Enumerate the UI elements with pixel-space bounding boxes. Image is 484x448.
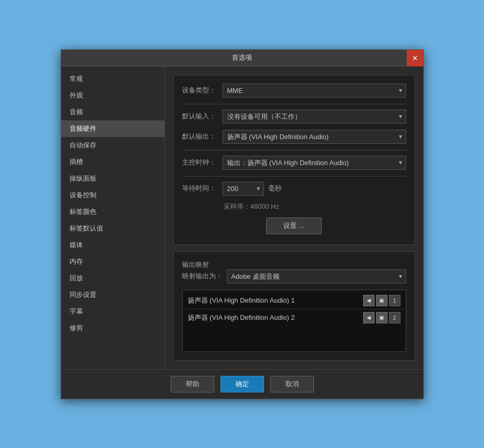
output-item-label-1: 扬声器 (VIA High Definition Audio) 2 bbox=[188, 313, 363, 322]
output-item-label-0: 扬声器 (VIA High Definition Audio) 1 bbox=[188, 296, 363, 305]
master-clock-row: 主控时钟： 输出：扬声器 (VIA High Definition Audio) bbox=[182, 156, 406, 170]
wait-time-select[interactable]: 200 100 400 bbox=[223, 182, 264, 196]
output-square-btn-1[interactable]: ▣ bbox=[376, 312, 388, 323]
sidebar-item-6[interactable]: 操纵面板 bbox=[61, 170, 164, 187]
output-num-badge-1: 2 bbox=[389, 312, 400, 323]
map-output-select[interactable]: Adobe 桌面音频 bbox=[227, 269, 406, 283]
device-type-select[interactable]: MME bbox=[223, 84, 406, 98]
device-type-row: 设备类型： MME bbox=[182, 84, 406, 98]
close-button[interactable]: ✕ bbox=[407, 50, 423, 66]
sidebar-item-15[interactable]: 修剪 bbox=[61, 320, 164, 336]
output-square-btn-0[interactable]: ▣ bbox=[376, 295, 388, 306]
wait-time-label: 等待时间： bbox=[182, 184, 218, 193]
title-bar: 首选项 ✕ bbox=[61, 50, 423, 66]
default-output-label: 默认输出： bbox=[182, 132, 218, 141]
default-output-select[interactable]: 扬声器 (VIA High Definition Audio) bbox=[223, 130, 406, 144]
sample-rate-row: 采样率：48000 Hz bbox=[182, 202, 406, 211]
sidebar-item-2[interactable]: 音频 bbox=[61, 104, 164, 120]
sidebar-item-12[interactable]: 回放 bbox=[61, 270, 164, 287]
main-content: 设备类型： MME 默认输入： 没有设备可用（不工作） bbox=[165, 66, 423, 369]
device-type-select-wrapper: MME bbox=[223, 84, 406, 98]
device-type-label: 设备类型： bbox=[182, 86, 218, 95]
output-list: 扬声器 (VIA High Definition Audio) 1◀▣1扬声器 … bbox=[182, 290, 406, 352]
cancel-button[interactable]: 取消 bbox=[270, 376, 314, 392]
sidebar-item-14[interactable]: 字幕 bbox=[61, 303, 164, 320]
sidebar-item-0[interactable]: 常规 bbox=[61, 71, 164, 87]
master-clock-select-wrapper: 输出：扬声器 (VIA High Definition Audio) bbox=[223, 156, 406, 170]
output-left-btn-1[interactable]: ◀ bbox=[363, 312, 375, 323]
output-map-section: 输出映射 映射输出为： Adobe 桌面音频 扬声器 (VIA High Def… bbox=[173, 251, 415, 361]
map-output-label: 映射输出为： bbox=[182, 271, 223, 281]
ok-button[interactable]: 确定 bbox=[220, 376, 264, 392]
output-item-controls-0: ◀▣1 bbox=[363, 295, 400, 306]
sidebar-item-10[interactable]: 媒体 bbox=[61, 237, 164, 253]
dialog-title: 首选项 bbox=[232, 53, 252, 62]
default-output-select-wrapper: 扬声器 (VIA High Definition Audio) bbox=[223, 130, 406, 144]
device-section: 设备类型： MME 默认输入： 没有设备可用（不工作） bbox=[173, 75, 415, 245]
output-item-0: 扬声器 (VIA High Definition Audio) 1◀▣1 bbox=[185, 292, 404, 309]
sidebar-item-13[interactable]: 同步设置 bbox=[61, 287, 164, 303]
output-num-badge-0: 1 bbox=[389, 295, 400, 306]
help-button[interactable]: 帮助 bbox=[171, 376, 214, 392]
default-input-select-wrapper: 没有设备可用（不工作） bbox=[223, 110, 406, 124]
output-item-1: 扬声器 (VIA High Definition Audio) 2◀▣2 bbox=[185, 309, 404, 326]
wait-time-select-wrapper: 200 100 400 bbox=[223, 182, 264, 196]
map-output-row: 映射输出为： Adobe 桌面音频 bbox=[182, 269, 406, 283]
default-input-label: 默认输入： bbox=[182, 112, 218, 121]
wait-time-row: 等待时间： 200 100 400 毫秒 bbox=[182, 182, 406, 196]
preferences-dialog: 首选项 ✕ 常规外观音频音频硬件自动保存插槽操纵面板设备控制标签颜色标签默认值媒… bbox=[61, 49, 424, 399]
setup-button[interactable]: 设置 ... bbox=[266, 218, 321, 234]
sidebar-item-3[interactable]: 音频硬件 bbox=[61, 120, 164, 137]
sidebar-item-1[interactable]: 外观 bbox=[61, 87, 164, 104]
default-input-row: 默认输入： 没有设备可用（不工作） bbox=[182, 110, 406, 124]
footer: 帮助 确定 取消 bbox=[61, 369, 423, 399]
sidebar-item-11[interactable]: 内存 bbox=[61, 253, 164, 270]
output-map-title: 输出映射 bbox=[182, 261, 209, 268]
default-input-select[interactable]: 没有设备可用（不工作） bbox=[223, 110, 406, 124]
sidebar-item-7[interactable]: 设备控制 bbox=[61, 187, 164, 203]
sidebar-item-8[interactable]: 标签颜色 bbox=[61, 203, 164, 220]
sidebar-item-5[interactable]: 插槽 bbox=[61, 154, 164, 170]
sidebar-item-9[interactable]: 标签默认值 bbox=[61, 220, 164, 237]
sidebar-item-4[interactable]: 自动保存 bbox=[61, 137, 164, 154]
dialog-body: 常规外观音频音频硬件自动保存插槽操纵面板设备控制标签颜色标签默认值媒体内存回放同… bbox=[61, 66, 423, 369]
default-output-row: 默认输出： 扬声器 (VIA High Definition Audio) bbox=[182, 130, 406, 144]
map-output-select-wrapper: Adobe 桌面音频 bbox=[227, 269, 406, 283]
master-clock-select[interactable]: 输出：扬声器 (VIA High Definition Audio) bbox=[223, 156, 406, 170]
sidebar: 常规外观音频音频硬件自动保存插槽操纵面板设备控制标签颜色标签默认值媒体内存回放同… bbox=[61, 66, 165, 369]
sample-rate-text: 采样率：48000 Hz bbox=[224, 202, 280, 211]
master-clock-label: 主控时钟： bbox=[182, 158, 218, 167]
output-item-controls-1: ◀▣2 bbox=[363, 312, 400, 323]
output-left-btn-0[interactable]: ◀ bbox=[363, 295, 375, 306]
wait-time-unit: 毫秒 bbox=[268, 184, 282, 193]
